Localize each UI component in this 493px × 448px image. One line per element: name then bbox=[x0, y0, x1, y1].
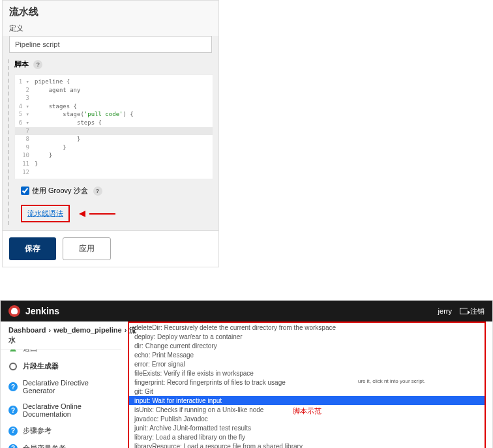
definition-dropdown[interactable]: Pipeline script bbox=[9, 36, 212, 53]
help-icon[interactable]: ? bbox=[33, 60, 42, 69]
syntax-link-box: 流水线语法 bbox=[21, 205, 70, 222]
pipeline-syntax-link[interactable]: 流水线语法 bbox=[27, 209, 63, 217]
dropdown-option[interactable]: deleteDir: Recursively delete the curren… bbox=[129, 323, 485, 332]
breadcrumb-separator-icon: › bbox=[125, 326, 127, 334]
help-circle-icon: ? bbox=[8, 406, 18, 415]
sidebar-item[interactable]: ?Declarative Online Documentation bbox=[1, 398, 121, 422]
logout-link[interactable]: 注销 bbox=[470, 306, 485, 316]
annotation-label: 脚本示范 bbox=[293, 406, 321, 416]
button-row: 保存 应用 bbox=[3, 230, 218, 267]
sidebar-item-label: Declarative Online Documentation bbox=[23, 402, 113, 418]
groovy-sandbox-label: 使用 Groovy 沙盒 bbox=[32, 186, 88, 196]
script-area: 脚本 ? 1 ▾pipeline {2 agent any34 ▾ stages… bbox=[8, 59, 213, 225]
dropdown-option[interactable]: input: Wait for interactive input bbox=[129, 396, 485, 405]
dropdown-option[interactable]: library: Load a shared library on the fl… bbox=[129, 432, 485, 441]
red-arrow-icon bbox=[83, 209, 115, 218]
dropdown-option[interactable]: dir: Change current directory bbox=[129, 341, 485, 350]
pipeline-config-panel: 流水线 定义 Pipeline script 脚本 ? 1 ▾pipeline … bbox=[2, 0, 219, 267]
header-right: jerry 注销 bbox=[438, 306, 485, 316]
code-line[interactable]: 10 } bbox=[15, 151, 213, 160]
code-line[interactable]: 12 bbox=[15, 168, 213, 177]
jenkins-panel: Jenkins jerry 注销 Dashboard›web_demo_pipe… bbox=[0, 300, 493, 448]
code-editor[interactable]: 1 ▾pipeline {2 agent any34 ▾ stages {5 ▾… bbox=[14, 74, 213, 179]
code-line[interactable]: 5 ▾ stage('pull code') { bbox=[15, 110, 213, 119]
step-dropdown-list[interactable]: ure it, click nt into your script. delet… bbox=[128, 321, 486, 448]
main-area: ure it, click nt into your script. delet… bbox=[121, 321, 492, 448]
sidebar-item-label: 全局变量参考 bbox=[23, 443, 66, 448]
definition-label: 定义 bbox=[3, 21, 218, 36]
sidebar-item[interactable]: 片段生成器 bbox=[1, 357, 121, 375]
help-circle-icon: ? bbox=[8, 426, 18, 436]
sidebar-item[interactable]: ?全局变量参考 bbox=[1, 440, 121, 448]
jenkins-header: Jenkins jerry 注销 bbox=[1, 301, 492, 321]
sidebar-item[interactable]: ?步骤参考 bbox=[1, 422, 121, 440]
gear-icon bbox=[8, 362, 18, 371]
code-line[interactable]: 6 ▾ steps { bbox=[15, 119, 213, 127]
help-circle-icon: ? bbox=[8, 444, 18, 448]
code-line[interactable]: 7 bbox=[15, 127, 213, 136]
pipeline-title: 流水线 bbox=[3, 1, 218, 21]
sidebar-item[interactable]: ?Declarative Directive Generator bbox=[1, 375, 121, 398]
groovy-sandbox-row: 使用 Groovy 沙盒 ? bbox=[21, 186, 207, 196]
code-line[interactable]: 2 agent any bbox=[15, 86, 213, 95]
apply-button[interactable]: 应用 bbox=[63, 237, 111, 260]
jenkins-logo-icon bbox=[8, 305, 20, 317]
help-circle-icon: ? bbox=[8, 382, 18, 391]
breadcrumb-item[interactable]: web_demo_pipeline bbox=[53, 326, 122, 334]
save-button[interactable]: 保存 bbox=[9, 237, 56, 260]
code-line[interactable]: 9 } bbox=[15, 143, 213, 152]
logout-icon bbox=[460, 308, 468, 314]
user-name[interactable]: jerry bbox=[438, 307, 452, 315]
breadcrumb: Dashboard›web_demo_pipeline›流水 bbox=[1, 321, 121, 350]
sidebar-item-label: 步骤参考 bbox=[23, 426, 52, 436]
breadcrumb-separator-icon: › bbox=[48, 326, 51, 334]
dropdown-option[interactable]: git: Git bbox=[129, 387, 485, 396]
dropdown-option[interactable]: junit: Archive JUnit-formatted test resu… bbox=[129, 423, 485, 432]
sidebar-item-label: 片段生成器 bbox=[23, 361, 59, 371]
help-icon[interactable]: ? bbox=[93, 187, 102, 196]
code-line[interactable]: 4 ▾ stages { bbox=[15, 102, 213, 111]
dropdown-option[interactable]: error: Error signal bbox=[129, 359, 485, 368]
jenkins-body: Dashboard›web_demo_pipeline›流水 返回片段生成器?D… bbox=[1, 321, 492, 448]
dropdown-option[interactable]: deploy: Deploy war/ear to a container bbox=[129, 332, 485, 341]
script-label: 脚本 bbox=[14, 59, 29, 69]
code-line[interactable]: 1 ▾pipeline { bbox=[15, 78, 213, 86]
dropdown-option[interactable]: fileExists: Verify if file exists in wor… bbox=[129, 368, 485, 378]
help-text-truncated: ure it, click nt into your script. bbox=[358, 378, 482, 385]
breadcrumb-item[interactable]: Dashboard bbox=[8, 326, 46, 334]
code-line[interactable]: 3 bbox=[15, 94, 213, 102]
groovy-sandbox-checkbox[interactable] bbox=[21, 187, 29, 195]
dropdown-option[interactable]: libraryResource: Load a resource file fr… bbox=[129, 441, 485, 448]
jenkins-title[interactable]: Jenkins bbox=[25, 306, 438, 316]
code-line[interactable]: 11} bbox=[15, 160, 213, 168]
sidebar-item-label: Declarative Directive Generator bbox=[23, 379, 113, 395]
dropdown-option[interactable]: echo: Print Message bbox=[129, 350, 485, 359]
code-line[interactable]: 8 } bbox=[15, 135, 213, 143]
